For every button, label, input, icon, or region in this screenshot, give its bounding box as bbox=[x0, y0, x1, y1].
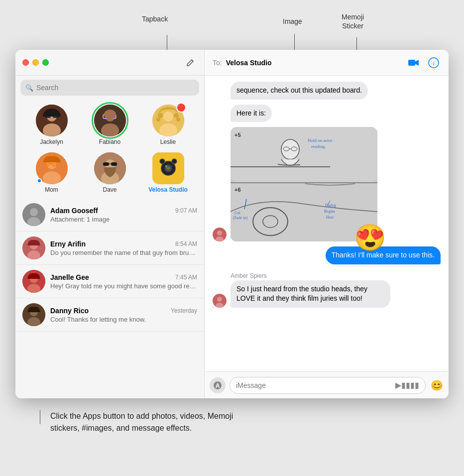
tapback-label: Tapback bbox=[142, 15, 168, 23]
conversation-list: Adam Gooseff 9:07 AM Attachment: 1 image bbox=[15, 198, 204, 398]
app-window: 🔍 bbox=[15, 50, 449, 398]
message-bubble-1: sequence, check out this updated board. bbox=[231, 82, 368, 100]
search-input[interactable] bbox=[36, 84, 194, 92]
chat-recipient: Velosa Studio bbox=[226, 59, 403, 67]
top-annotations: Tapback Image MemojiSticker bbox=[0, 10, 464, 50]
velosa-studio-avatar-wrap bbox=[152, 152, 184, 184]
svg-point-19 bbox=[176, 118, 180, 121]
erny-avatar bbox=[22, 237, 45, 259]
conversation-janelle-gee[interactable]: Janelle Gee 7:45 AM Hey! Gray told me yo… bbox=[15, 265, 204, 298]
traffic-lights bbox=[22, 59, 49, 66]
pinned-contact-jackelyn[interactable]: Jackelyn bbox=[29, 105, 74, 145]
message-input[interactable] bbox=[236, 381, 392, 389]
svg-rect-51 bbox=[408, 60, 415, 66]
chat-header-actions: i bbox=[407, 56, 441, 70]
video-call-button[interactable] bbox=[407, 56, 421, 70]
maximize-button[interactable] bbox=[42, 59, 49, 66]
app-window-wrapper: 🔍 bbox=[0, 50, 464, 398]
erny-conv-preview: Do you remember the name of that guy fro… bbox=[50, 249, 197, 256]
minimize-button[interactable] bbox=[32, 59, 39, 66]
janelle-conv-name: Janelle Gee bbox=[50, 273, 89, 281]
svg-text:Cut: Cut bbox=[234, 211, 240, 215]
danny-avatar bbox=[22, 303, 45, 326]
adam-avatar bbox=[22, 203, 45, 226]
pinned-contact-mom[interactable]: Mom bbox=[29, 152, 74, 193]
pinned-contact-velosa-studio[interactable]: Velosa Studio bbox=[146, 152, 191, 193]
pinned-contact-dave[interactable]: Dave bbox=[88, 152, 132, 193]
emoji-button[interactable]: 😊 bbox=[430, 378, 444, 392]
fabiano-avatar bbox=[94, 105, 126, 136]
message-row-amber: So I just heard from the studio heads, t… bbox=[213, 280, 441, 308]
svg-point-38 bbox=[172, 159, 177, 164]
danny-conv-info: Danny Rico Yesterday Cool! Thanks for le… bbox=[50, 307, 197, 323]
erny-conv-info: Erny Arifin 8:54 AM Do you remember the … bbox=[50, 240, 197, 256]
jackelyn-avatar-wrap bbox=[36, 105, 68, 136]
adam-conv-preview: Attachment: 1 image bbox=[50, 216, 197, 223]
close-button[interactable] bbox=[22, 59, 29, 66]
svg-point-18 bbox=[156, 118, 160, 121]
amber-message-bubble: So I just heard from the studio heads, t… bbox=[231, 280, 390, 308]
mom-name: Mom bbox=[45, 186, 58, 193]
search-bar[interactable]: 🔍 bbox=[20, 80, 199, 96]
janelle-conv-time: 7:45 AM bbox=[175, 274, 197, 281]
leslie-badge: ❤️ bbox=[176, 103, 186, 113]
image-label: Image bbox=[283, 17, 302, 25]
chat-header: To: Velosa Studio i bbox=[205, 50, 449, 76]
janelle-avatar bbox=[22, 270, 45, 293]
danny-conv-header: Danny Rico Yesterday bbox=[50, 307, 197, 315]
danny-conv-name: Danny Rico bbox=[50, 307, 89, 315]
chat-area: To: Velosa Studio i bbox=[205, 50, 449, 398]
message-input-wrap: ▶︎▮▮▮▮ bbox=[230, 377, 426, 394]
bottom-annotation-area: Click the Apps button to add photos, vid… bbox=[0, 398, 464, 439]
amber-sender-name: Amber Spiers bbox=[231, 272, 441, 279]
svg-text:Dialog: Dialog bbox=[325, 203, 336, 208]
svg-text:+5: +5 bbox=[234, 132, 241, 138]
svg-rect-58 bbox=[231, 127, 377, 182]
jackelyn-name: Jackelyn bbox=[40, 138, 63, 145]
svg-text:(Fade in): (Fade in) bbox=[233, 216, 247, 220]
search-icon: 🔍 bbox=[25, 84, 33, 92]
apps-button[interactable]: A bbox=[210, 377, 226, 393]
janelle-conv-header: Janelle Gee 7:45 AM bbox=[50, 273, 197, 281]
conversation-danny-rico[interactable]: Danny Rico Yesterday Cool! Thanks for le… bbox=[15, 298, 204, 332]
fabiano-name: Fabiano bbox=[99, 138, 120, 145]
leslie-avatar-wrap: ❤️ bbox=[152, 105, 184, 136]
danny-conv-preview: Cool! Thanks for letting me know. bbox=[50, 316, 197, 323]
to-label: To: bbox=[213, 59, 222, 67]
leslie-name: Leslie bbox=[160, 138, 176, 145]
erny-conv-name: Erny Arifin bbox=[50, 240, 86, 248]
svg-point-17 bbox=[174, 113, 179, 118]
adam-conv-name: Adam Gooseff bbox=[50, 207, 98, 215]
sidebar-titlebar bbox=[15, 50, 204, 76]
svg-text:reading.: reading. bbox=[311, 144, 326, 149]
dave-avatar bbox=[94, 152, 126, 184]
svg-point-79 bbox=[217, 297, 222, 302]
svg-point-12 bbox=[104, 110, 116, 119]
svg-text:+6: +6 bbox=[234, 187, 241, 193]
adam-conv-header: Adam Gooseff 9:07 AM bbox=[50, 207, 197, 215]
dave-avatar-wrap bbox=[94, 152, 126, 184]
mom-blue-dot bbox=[37, 178, 42, 183]
compose-button[interactable] bbox=[183, 56, 197, 70]
pinned-contact-fabiano[interactable]: Fabiano bbox=[88, 105, 132, 145]
adam-conv-info: Adam Gooseff 9:07 AM Attachment: 1 image bbox=[50, 207, 197, 223]
full-page: Tapback Image MemojiSticker bbox=[0, 10, 464, 439]
message-row-image: Hold on actor reading. +5 bbox=[213, 127, 441, 241]
memoji-sticker-label: MemojiSticker bbox=[342, 12, 364, 30]
conversation-erny-arifin[interactable]: Erny Arifin 8:54 AM Do you remember the … bbox=[15, 232, 204, 265]
pinned-contact-leslie[interactable]: ❤️ Leslie bbox=[146, 105, 191, 145]
svg-text:i: i bbox=[433, 59, 434, 66]
audio-waveform-icon: ▶︎▮▮▮▮ bbox=[395, 380, 419, 390]
info-button[interactable]: i bbox=[427, 56, 441, 70]
apps-annotation-line-area bbox=[30, 410, 40, 424]
svg-point-16 bbox=[158, 113, 163, 118]
pinned-row-2: Mom bbox=[15, 150, 204, 198]
conversation-adam-gooseff[interactable]: Adam Gooseff 9:07 AM Attachment: 1 image bbox=[15, 198, 204, 232]
message-row-2: Here it is: bbox=[213, 105, 441, 122]
dave-name: Dave bbox=[103, 186, 116, 193]
svg-point-40 bbox=[30, 208, 38, 216]
janelle-conv-preview: Hey! Gray told me you might have some go… bbox=[50, 282, 197, 290]
bottom-annotation-text: Click the Apps button to add photos, vid… bbox=[50, 410, 249, 434]
svg-rect-30 bbox=[111, 162, 117, 166]
svg-text:Begins: Begins bbox=[324, 209, 335, 214]
